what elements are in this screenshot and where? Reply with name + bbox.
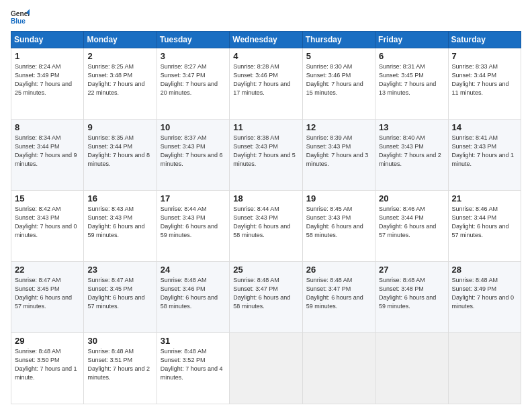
day-number: 1 [15, 51, 80, 61]
day-info: Sunrise: 8:28 AMSunset: 3:46 PMDaylight:… [233, 63, 290, 96]
weekday-header-tuesday: Tuesday [157, 32, 229, 48]
page: General Blue SundayMondayTuesdayWednesda… [0, 0, 532, 411]
calendar-cell: 24Sunrise: 8:48 AMSunset: 3:46 PMDayligh… [157, 262, 229, 333]
day-number: 20 [379, 193, 444, 203]
week-row-2: 8Sunrise: 8:34 AMSunset: 3:44 PMDaylight… [11, 120, 521, 191]
weekday-header-wednesday: Wednesday [230, 32, 302, 48]
day-info: Sunrise: 8:45 AMSunset: 3:43 PMDaylight:… [306, 205, 363, 238]
day-info: Sunrise: 8:48 AMSunset: 3:46 PMDaylight:… [161, 277, 218, 310]
day-number: 18 [233, 193, 298, 203]
calendar-cell: 23Sunrise: 8:47 AMSunset: 3:45 PMDayligh… [84, 262, 157, 333]
calendar-cell: 31Sunrise: 8:48 AMSunset: 3:52 PMDayligh… [157, 333, 229, 404]
day-info: Sunrise: 8:47 AMSunset: 3:45 PMDaylight:… [87, 277, 144, 310]
day-info: Sunrise: 8:46 AMSunset: 3:44 PMDaylight:… [452, 205, 509, 238]
calendar-cell: 1Sunrise: 8:24 AMSunset: 3:49 PMDaylight… [11, 48, 84, 120]
day-info: Sunrise: 8:41 AMSunset: 3:43 PMDaylight:… [452, 134, 515, 167]
day-info: Sunrise: 8:27 AMSunset: 3:47 PMDaylight:… [161, 63, 218, 96]
calendar-cell: 11Sunrise: 8:38 AMSunset: 3:43 PMDayligh… [230, 120, 302, 191]
weekday-header-row: SundayMondayTuesdayWednesdayThursdayFrid… [11, 32, 521, 48]
day-info: Sunrise: 8:43 AMSunset: 3:43 PMDaylight:… [87, 205, 144, 238]
calendar-cell: 28Sunrise: 8:48 AMSunset: 3:49 PMDayligh… [448, 262, 521, 333]
day-number: 7 [452, 51, 517, 61]
day-info: Sunrise: 8:30 AMSunset: 3:46 PMDaylight:… [306, 63, 363, 96]
day-info: Sunrise: 8:24 AMSunset: 3:49 PMDaylight:… [15, 63, 72, 96]
weekday-header-sunday: Sunday [11, 32, 84, 48]
day-number: 29 [15, 336, 80, 346]
day-info: Sunrise: 8:48 AMSunset: 3:50 PMDaylight:… [15, 348, 77, 381]
calendar-cell: 19Sunrise: 8:45 AMSunset: 3:43 PMDayligh… [302, 191, 375, 262]
week-row-3: 15Sunrise: 8:42 AMSunset: 3:43 PMDayligh… [11, 191, 521, 262]
calendar-cell: 18Sunrise: 8:44 AMSunset: 3:43 PMDayligh… [230, 191, 302, 262]
weekday-header-thursday: Thursday [302, 32, 375, 48]
calendar-cell: 9Sunrise: 8:35 AMSunset: 3:44 PMDaylight… [84, 120, 157, 191]
day-info: Sunrise: 8:42 AMSunset: 3:43 PMDaylight:… [15, 205, 77, 238]
day-info: Sunrise: 8:48 AMSunset: 3:52 PMDaylight:… [161, 348, 223, 381]
header: General Blue [11, 8, 521, 27]
calendar-cell: 21Sunrise: 8:46 AMSunset: 3:44 PMDayligh… [448, 191, 521, 262]
day-number: 31 [161, 336, 226, 346]
day-info: Sunrise: 8:44 AMSunset: 3:43 PMDaylight:… [233, 205, 290, 238]
calendar-cell: 12Sunrise: 8:39 AMSunset: 3:43 PMDayligh… [302, 120, 375, 191]
week-row-4: 22Sunrise: 8:47 AMSunset: 3:45 PMDayligh… [11, 262, 521, 333]
calendar-cell [375, 333, 448, 404]
calendar-cell: 8Sunrise: 8:34 AMSunset: 3:44 PMDaylight… [11, 120, 84, 191]
day-info: Sunrise: 8:48 AMSunset: 3:49 PMDaylight:… [452, 277, 515, 310]
calendar-cell: 10Sunrise: 8:37 AMSunset: 3:43 PMDayligh… [157, 120, 229, 191]
calendar-cell: 15Sunrise: 8:42 AMSunset: 3:43 PMDayligh… [11, 191, 84, 262]
day-info: Sunrise: 8:37 AMSunset: 3:43 PMDaylight:… [161, 134, 223, 167]
day-number: 11 [233, 122, 298, 132]
day-info: Sunrise: 8:48 AMSunset: 3:51 PMDaylight:… [87, 348, 150, 381]
day-number: 9 [87, 122, 152, 132]
calendar-cell: 16Sunrise: 8:43 AMSunset: 3:43 PMDayligh… [84, 191, 157, 262]
day-info: Sunrise: 8:33 AMSunset: 3:44 PMDaylight:… [452, 63, 509, 96]
day-number: 14 [452, 122, 517, 132]
calendar-cell: 3Sunrise: 8:27 AMSunset: 3:47 PMDaylight… [157, 48, 229, 120]
calendar-cell: 17Sunrise: 8:44 AMSunset: 3:43 PMDayligh… [157, 191, 229, 262]
general-blue-logo-icon: General Blue [11, 8, 30, 27]
calendar-cell: 14Sunrise: 8:41 AMSunset: 3:43 PMDayligh… [448, 120, 521, 191]
weekday-header-saturday: Saturday [448, 32, 521, 48]
calendar-table: SundayMondayTuesdayWednesdayThursdayFrid… [11, 31, 521, 404]
day-info: Sunrise: 8:47 AMSunset: 3:45 PMDaylight:… [15, 277, 72, 310]
logo: General Blue [11, 8, 30, 27]
day-number: 8 [15, 122, 80, 132]
day-number: 19 [306, 193, 371, 203]
calendar-cell [302, 333, 375, 404]
calendar-cell: 26Sunrise: 8:48 AMSunset: 3:47 PMDayligh… [302, 262, 375, 333]
weekday-header-friday: Friday [375, 32, 448, 48]
day-number: 10 [161, 122, 226, 132]
day-info: Sunrise: 8:35 AMSunset: 3:44 PMDaylight:… [87, 134, 150, 167]
day-number: 30 [87, 336, 152, 346]
svg-text:General: General [11, 10, 30, 17]
day-number: 25 [233, 265, 298, 275]
day-info: Sunrise: 8:40 AMSunset: 3:43 PMDaylight:… [379, 134, 441, 167]
day-number: 2 [87, 51, 152, 61]
day-info: Sunrise: 8:25 AMSunset: 3:48 PMDaylight:… [87, 63, 144, 96]
day-number: 23 [87, 265, 152, 275]
day-number: 16 [87, 193, 152, 203]
day-info: Sunrise: 8:31 AMSunset: 3:45 PMDaylight:… [379, 63, 436, 96]
calendar-cell: 5Sunrise: 8:30 AMSunset: 3:46 PMDaylight… [302, 48, 375, 120]
calendar-cell: 4Sunrise: 8:28 AMSunset: 3:46 PMDaylight… [230, 48, 302, 120]
day-info: Sunrise: 8:44 AMSunset: 3:43 PMDaylight:… [161, 205, 218, 238]
day-info: Sunrise: 8:38 AMSunset: 3:43 PMDaylight:… [233, 134, 296, 167]
calendar-cell: 29Sunrise: 8:48 AMSunset: 3:50 PMDayligh… [11, 333, 84, 404]
day-number: 21 [452, 193, 517, 203]
day-info: Sunrise: 8:46 AMSunset: 3:44 PMDaylight:… [379, 205, 436, 238]
weekday-header-monday: Monday [84, 32, 157, 48]
day-number: 27 [379, 265, 444, 275]
day-info: Sunrise: 8:48 AMSunset: 3:48 PMDaylight:… [379, 277, 436, 310]
day-info: Sunrise: 8:39 AMSunset: 3:43 PMDaylight:… [306, 134, 369, 167]
day-number: 28 [452, 265, 517, 275]
calendar-cell: 2Sunrise: 8:25 AMSunset: 3:48 PMDaylight… [84, 48, 157, 120]
day-info: Sunrise: 8:48 AMSunset: 3:47 PMDaylight:… [306, 277, 363, 310]
calendar-cell: 7Sunrise: 8:33 AMSunset: 3:44 PMDaylight… [448, 48, 521, 120]
calendar-cell: 27Sunrise: 8:48 AMSunset: 3:48 PMDayligh… [375, 262, 448, 333]
day-number: 24 [161, 265, 226, 275]
day-number: 12 [306, 122, 371, 132]
calendar-cell: 25Sunrise: 8:48 AMSunset: 3:47 PMDayligh… [230, 262, 302, 333]
calendar-cell: 20Sunrise: 8:46 AMSunset: 3:44 PMDayligh… [375, 191, 448, 262]
day-number: 17 [161, 193, 226, 203]
day-number: 5 [306, 51, 371, 61]
week-row-1: 1Sunrise: 8:24 AMSunset: 3:49 PMDaylight… [11, 48, 521, 120]
